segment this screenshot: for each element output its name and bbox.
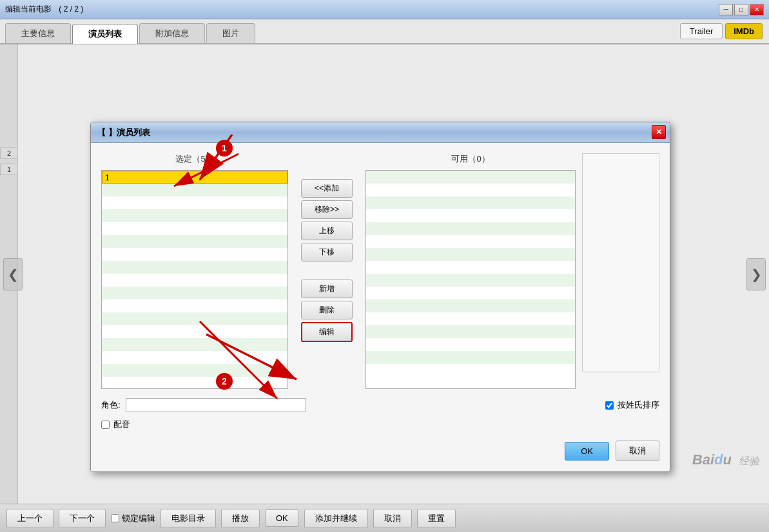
next-arrow[interactable]: ❯: [746, 258, 766, 290]
columns-layout: 选定（5） 1 .: [101, 153, 659, 389]
list-item[interactable]: [102, 338, 287, 351]
reset-button[interactable]: 重置: [417, 509, 456, 528]
list-item[interactable]: [366, 248, 575, 261]
sort-by-lastname-label: 按姓氏排序: [618, 399, 659, 411]
voice-acting-label: 配音: [113, 419, 130, 430]
main-window: 编辑当前电影 ( 2 / 2 ) ─ □ ✕ 主要信息 演员列表 附加信息 图片…: [0, 0, 769, 532]
next-button[interactable]: 下一个: [59, 509, 106, 528]
content-area: ❮ ❯ 2 1 【 】演员列表 ✕ 选定（5）: [0, 44, 769, 504]
list-item[interactable]: [366, 196, 575, 209]
available-list[interactable]: [365, 170, 576, 389]
list-item[interactable]: [102, 274, 287, 287]
selected-header: 选定（5）: [101, 153, 288, 165]
list-item[interactable]: [366, 325, 575, 338]
list-item[interactable]: [102, 184, 287, 196]
remove-button[interactable]: 移除>>: [301, 200, 353, 219]
list-item-text: 1 .: [105, 173, 201, 182]
list-item[interactable]: [366, 171, 575, 184]
ok-button[interactable]: OK: [265, 509, 299, 527]
available-header: 可用（0）: [365, 153, 576, 165]
add-button[interactable]: <<添加: [301, 179, 353, 198]
imdb-button[interactable]: IMDb: [725, 23, 763, 39]
list-item[interactable]: [366, 222, 575, 235]
list-item[interactable]: [366, 299, 575, 312]
actor-list-modal: 【 】演员列表 ✕ 选定（5） 1 .: [90, 122, 670, 472]
modal-body: 选定（5） 1 .: [91, 143, 670, 471]
tab-pictures[interactable]: 图片: [206, 23, 255, 43]
list-item[interactable]: [366, 209, 575, 222]
role-sort-row: 角色: 按姓氏排序: [101, 398, 659, 412]
available-list-section: 可用（0）: [365, 153, 576, 389]
add-continue-button[interactable]: 添加并继续: [304, 509, 368, 528]
cancel-button[interactable]: 取消: [373, 509, 412, 528]
list-item[interactable]: [102, 351, 287, 364]
modal-ok-button[interactable]: OK: [565, 442, 609, 461]
list-item[interactable]: [102, 325, 287, 338]
voice-acting-checkbox[interactable]: [101, 421, 110, 429]
delete-button[interactable]: 删除: [301, 301, 353, 319]
list-item[interactable]: [102, 235, 287, 248]
role-input[interactable]: [126, 398, 306, 412]
tab-actions: Trailer IMDb: [680, 23, 763, 39]
play-button[interactable]: 播放: [221, 509, 260, 528]
sort-by-lastname-checkbox[interactable]: [605, 401, 614, 410]
list-item[interactable]: [102, 222, 287, 235]
strip-item-1: 2: [0, 147, 18, 159]
list-item[interactable]: [102, 299, 287, 312]
list-item[interactable]: [366, 287, 575, 299]
lock-edit-label: 锁定编辑: [122, 513, 155, 524]
modal-close-button[interactable]: ✕: [652, 125, 666, 139]
prev-button[interactable]: 上一个: [6, 509, 54, 528]
selected-list[interactable]: 1 .: [101, 170, 288, 389]
strip-item-2: 1: [0, 164, 18, 175]
sort-checkbox-section: 按姓氏排序: [605, 399, 659, 411]
list-item[interactable]: [366, 235, 575, 248]
list-item[interactable]: [366, 274, 575, 287]
annotation-2: 2: [216, 373, 233, 390]
modal-cancel-button[interactable]: 取消: [616, 441, 659, 461]
maximize-button[interactable]: □: [734, 4, 748, 15]
list-item[interactable]: [102, 209, 287, 222]
role-input-area: [126, 398, 306, 412]
list-item[interactable]: [366, 351, 575, 364]
list-item[interactable]: [102, 364, 287, 377]
bottom-toolbar: 上一个 下一个 锁定编辑 电影目录 播放 OK 添加并继续 取消 重置: [0, 504, 769, 532]
title-bar: 编辑当前电影 ( 2 / 2 ) ─ □ ✕: [0, 0, 769, 19]
actor-photo-box: [582, 153, 659, 372]
role-section: 角色:: [101, 398, 306, 412]
middle-buttons: <<添加 移除>> 上移 下移 新增 删除 编辑: [295, 153, 359, 389]
list-item[interactable]: [102, 196, 287, 209]
list-item[interactable]: [366, 312, 575, 325]
watermark: Baidu 经验: [692, 451, 759, 468]
tab-main-info[interactable]: 主要信息: [5, 23, 71, 43]
list-item[interactable]: [366, 184, 575, 196]
tab-bar: 主要信息 演员列表 附加信息 图片 Trailer IMDb: [0, 19, 769, 44]
tab-cast-list[interactable]: 演员列表: [72, 24, 138, 44]
voice-acting-section: 配音: [101, 419, 659, 430]
movie-dir-button[interactable]: 电影目录: [161, 509, 216, 528]
list-item[interactable]: [366, 261, 575, 274]
list-item[interactable]: [102, 261, 287, 274]
list-item[interactable]: 1 .: [102, 171, 287, 184]
lock-edit-checkbox[interactable]: [111, 514, 119, 522]
window-controls: ─ □ ✕: [719, 4, 764, 15]
modal-title-text: 【 】演员列表: [97, 127, 150, 138]
title-label: 编辑当前电影: [5, 5, 52, 14]
modal-title-bar: 【 】演员列表 ✕: [91, 122, 670, 143]
dialog-footer: OK 取消: [101, 441, 659, 461]
trailer-button[interactable]: Trailer: [680, 23, 723, 39]
list-item[interactable]: [102, 248, 287, 261]
list-item[interactable]: [102, 287, 287, 299]
minimize-button[interactable]: ─: [719, 4, 733, 15]
list-item[interactable]: [366, 364, 575, 377]
close-window-button[interactable]: ✕: [750, 4, 764, 15]
list-item[interactable]: [366, 338, 575, 351]
prev-arrow[interactable]: ❮: [3, 258, 23, 290]
edit-button[interactable]: 编辑: [301, 322, 353, 342]
tab-extra-info[interactable]: 附加信息: [139, 23, 205, 43]
subtitle-label: ( 2 / 2 ): [59, 5, 83, 14]
list-item[interactable]: [102, 312, 287, 325]
move-up-button[interactable]: 上移: [301, 222, 353, 240]
move-down-button[interactable]: 下移: [301, 243, 353, 261]
new-button[interactable]: 新增: [301, 280, 353, 298]
